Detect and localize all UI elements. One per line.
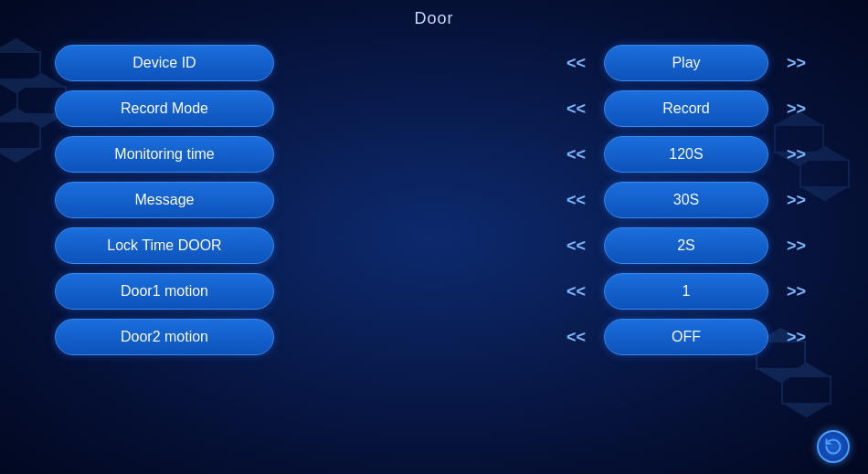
right-arrow-record-mode[interactable]: >> (779, 96, 813, 122)
label-door1-motion[interactable]: Door1 motion (55, 273, 274, 310)
page-container: Door Device ID << Play >> Record Mode <<… (0, 0, 868, 474)
value-device-id[interactable]: Play (604, 45, 768, 81)
right-arrow-door2-motion[interactable]: >> (779, 324, 813, 351)
row-device-id: Device ID << Play >> (55, 45, 813, 81)
left-arrow-door1-motion[interactable]: << (559, 279, 593, 305)
value-door1-motion[interactable]: 1 (604, 273, 768, 310)
label-monitoring-time[interactable]: Monitoring time (55, 136, 274, 173)
left-arrow-message[interactable]: << (559, 187, 593, 214)
value-door2-motion[interactable]: OFF (604, 319, 768, 355)
title-bar: Door (0, 9, 868, 28)
control-group-door2-motion: << OFF >> (559, 319, 813, 355)
left-arrow-monitoring-time[interactable]: << (559, 142, 593, 168)
page-title: Door (414, 9, 453, 27)
label-device-id[interactable]: Device ID (55, 45, 274, 81)
right-arrow-monitoring-time[interactable]: >> (779, 142, 813, 168)
value-record-mode[interactable]: Record (604, 90, 768, 127)
label-message[interactable]: Message (55, 182, 274, 218)
settings-rows: Device ID << Play >> Record Mode << Reco… (0, 45, 868, 355)
row-lock-time-door: Lock Time DOOR << 2S >> (55, 227, 813, 264)
value-monitoring-time[interactable]: 120S (604, 136, 768, 173)
row-message: Message << 30S >> (55, 182, 813, 218)
right-arrow-door1-motion[interactable]: >> (779, 279, 813, 305)
control-group-record-mode: << Record >> (559, 90, 813, 127)
row-door2-motion: Door2 motion << OFF >> (55, 319, 813, 355)
row-door1-motion: Door1 motion << 1 >> (55, 273, 813, 310)
left-arrow-device-id[interactable]: << (559, 50, 593, 77)
control-group-door1-motion: << 1 >> (559, 273, 813, 310)
right-arrow-message[interactable]: >> (779, 187, 813, 214)
label-record-mode[interactable]: Record Mode (55, 90, 274, 127)
label-door2-motion[interactable]: Door2 motion (55, 319, 274, 355)
control-group-message: << 30S >> (559, 182, 813, 218)
left-arrow-record-mode[interactable]: << (559, 96, 593, 122)
label-lock-time-door[interactable]: Lock Time DOOR (55, 227, 274, 264)
row-monitoring-time: Monitoring time << 120S >> (55, 136, 813, 173)
control-group-monitoring-time: << 120S >> (559, 136, 813, 173)
right-arrow-device-id[interactable]: >> (779, 50, 813, 77)
value-message[interactable]: 30S (604, 182, 768, 218)
left-arrow-lock-time-door[interactable]: << (559, 233, 593, 259)
right-arrow-lock-time-door[interactable]: >> (779, 233, 813, 259)
value-lock-time-door[interactable]: 2S (604, 227, 768, 264)
control-group-device-id: << Play >> (559, 45, 813, 81)
row-record-mode: Record Mode << Record >> (55, 90, 813, 127)
control-group-lock-time-door: << 2S >> (559, 227, 813, 264)
left-arrow-door2-motion[interactable]: << (559, 324, 593, 351)
